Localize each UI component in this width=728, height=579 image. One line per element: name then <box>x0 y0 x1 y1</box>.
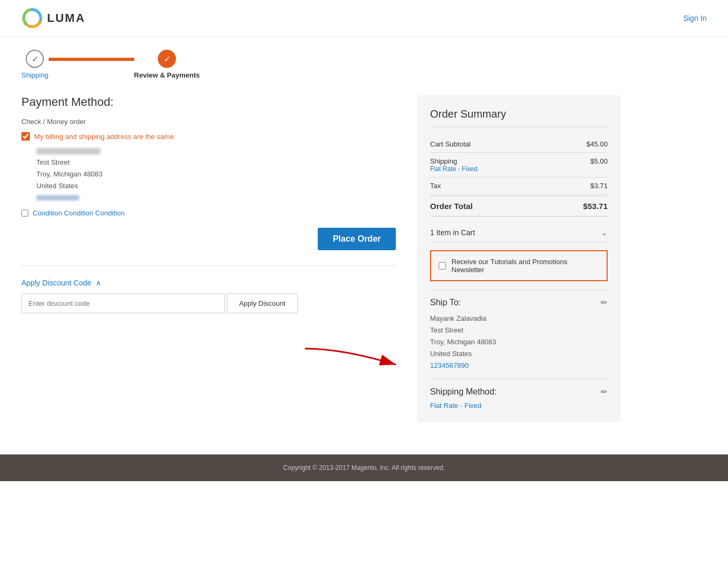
shipping-value: $5.00 <box>590 157 608 165</box>
shipping-label: Shipping Flat Rate - Fixed <box>430 157 478 173</box>
discount-section: Apply Discount Code ∧ Apply Discount <box>21 279 396 320</box>
payment-method-label: Check / Money order <box>21 118 396 126</box>
newsletter-checkbox[interactable] <box>439 262 446 269</box>
copyright-text: Copyright © 2013-2017 Magento, Inc. All … <box>283 464 445 472</box>
cart-items-row[interactable]: 1 Item in Cart ⌄ <box>430 223 608 243</box>
svg-point-3 <box>24 22 27 25</box>
step1-circle: ✓ <box>26 50 44 68</box>
step-shipping: ✓ Shipping <box>21 50 49 79</box>
header: LUMA Sign In <box>0 0 728 37</box>
place-order-row: Place Order <box>21 228 396 266</box>
condition-checkbox[interactable] <box>21 210 28 217</box>
newsletter-box: Receive our Tutorials and Promotions New… <box>430 250 608 281</box>
cart-subtotal-value: $45.00 <box>586 140 608 148</box>
address-line2: Troy, Michigan 48083 <box>36 168 396 180</box>
condition-row: Condition Condition Condition <box>21 209 396 217</box>
footer: Copyright © 2013-2017 Magento, Inc. All … <box>0 454 728 481</box>
billing-same-checkbox[interactable] <box>21 132 30 141</box>
right-panel: Order Summary Cart Subtotal $45.00 Shipp… <box>417 95 620 422</box>
tax-row: Tax $3.71 <box>430 177 608 195</box>
step2-circle: ✓ <box>158 50 176 68</box>
ship-to-edit-icon[interactable]: ✏ <box>601 298 608 307</box>
left-panel: Payment Method: Check / Money order My b… <box>21 95 417 422</box>
order-total-value: $53.71 <box>583 202 608 211</box>
shipping-method-edit-icon[interactable]: ✏ <box>601 387 608 397</box>
ship-to-address: Mayank Zalavadia Test Street Troy, Michi… <box>430 313 608 372</box>
billing-same-label: My billing and shipping address are the … <box>34 133 174 141</box>
address-block: Test Street Troy, Michigan 48083 United … <box>36 148 396 200</box>
shipping-method-section: Shipping Method: ✏ Flat Rate - Fixed <box>430 379 608 410</box>
shipping-row: Shipping Flat Rate - Fixed $5.00 <box>430 153 608 177</box>
ship-to-header: Ship To: ✏ <box>430 298 608 307</box>
logo-text: LUMA <box>47 11 86 25</box>
discount-toggle-label: Apply Discount Code <box>21 279 91 287</box>
place-order-button[interactable]: Place Order <box>318 228 396 250</box>
tax-label: Tax <box>430 182 441 190</box>
ship-to-section: Ship To: ✏ Mayank Zalavadia Test Street … <box>430 290 608 372</box>
condition-link[interactable]: Condition Condition Condition <box>33 209 125 217</box>
ship-street: Test Street <box>430 325 608 336</box>
blurred-name <box>36 148 101 155</box>
order-total-row: Order Total $53.71 <box>430 196 608 217</box>
discount-toggle[interactable]: Apply Discount Code ∧ <box>21 279 396 287</box>
flat-rate-value: Flat Rate - Fixed <box>430 402 481 410</box>
billing-address-row: My billing and shipping address are the … <box>21 132 396 141</box>
address-line3: United States <box>36 180 396 192</box>
ship-to-title: Ship To: <box>430 298 461 307</box>
payment-method-title: Payment Method: <box>21 95 396 109</box>
cart-items-label: 1 Item in Cart <box>430 228 475 237</box>
logo-area: LUMA <box>21 7 86 29</box>
chevron-down-icon: ⌄ <box>601 228 608 237</box>
ship-country: United States <box>430 348 608 360</box>
order-total-label: Order Total <box>430 202 473 211</box>
step-connector <box>49 58 134 61</box>
shipping-method-header: Shipping Method: ✏ <box>430 387 608 397</box>
tax-value: $3.71 <box>590 182 608 190</box>
ship-name: Mayank Zalavadia <box>430 313 608 325</box>
ship-city: Troy, Michigan 48083 <box>430 336 608 348</box>
shipping-method-sub: Flat Rate - Fixed <box>430 165 478 173</box>
apply-discount-button[interactable]: Apply Discount <box>227 294 298 313</box>
newsletter-label: Receive our Tutorials and Promotions New… <box>451 258 599 274</box>
address-line1: Test Street <box>36 157 396 168</box>
step1-label[interactable]: Shipping <box>21 71 49 79</box>
sign-in-link[interactable]: Sign In <box>683 14 707 22</box>
ship-phone: 1234567890 <box>430 360 608 372</box>
progress-steps: ✓ Shipping ✓ Review & Payments <box>0 37 728 84</box>
chevron-up-icon: ∧ <box>96 279 101 287</box>
discount-code-input[interactable] <box>21 294 225 313</box>
blurred-phone <box>36 195 79 200</box>
svg-point-1 <box>30 8 34 11</box>
step-review: ✓ Review & Payments <box>134 50 200 79</box>
svg-point-2 <box>38 21 41 24</box>
cart-subtotal-label: Cart Subtotal <box>430 140 471 148</box>
shipping-method-title: Shipping Method: <box>430 387 497 397</box>
luma-logo-icon <box>21 7 43 29</box>
order-summary-title: Order Summary <box>430 108 608 127</box>
main-container: Payment Method: Check / Money order My b… <box>0 84 642 433</box>
cart-subtotal-row: Cart Subtotal $45.00 <box>430 136 608 153</box>
step2-label: Review & Payments <box>134 71 200 79</box>
